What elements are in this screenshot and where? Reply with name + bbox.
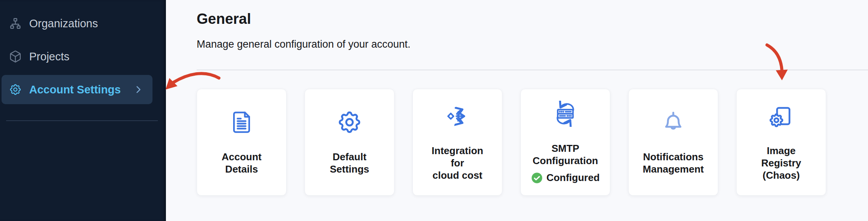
sidebar-nav: Organizations Projects Account Settings: [2, 9, 162, 104]
cube-icon: [9, 50, 22, 63]
page-subtitle: Manage general configuration of your acc…: [197, 38, 868, 50]
card-smtp-configuration[interactable]: SMTP Configuration Configured: [520, 89, 610, 196]
content-divider: [197, 70, 868, 70]
sidebar-item-organizations[interactable]: Organizations: [2, 9, 152, 38]
card-title: Account Details: [222, 151, 262, 175]
card-title: Image Registry (Chaos): [761, 145, 801, 181]
chevron-right-icon: [133, 85, 143, 95]
card-account-details[interactable]: Account Details: [197, 89, 287, 196]
bell-icon: [660, 109, 686, 135]
card-title: Notifications Management: [643, 151, 704, 175]
card-notifications-management[interactable]: Notifications Management: [628, 89, 718, 196]
sidebar-item-label: Projects: [29, 50, 70, 63]
sidebar-item-label: Account Settings: [29, 83, 121, 96]
check-circle-icon: [531, 172, 543, 184]
smtp-configured-badge: Configured: [531, 172, 600, 184]
card-default-settings[interactable]: Default Settings: [305, 89, 394, 196]
card-image-registry-chaos[interactable]: Image Registry (Chaos): [736, 89, 826, 196]
gear-icon: [336, 109, 363, 135]
gear-icon: [9, 83, 22, 96]
sidebar-item-projects[interactable]: Projects: [2, 42, 152, 71]
general-settings-page: General Manage general configuration of …: [166, 0, 868, 221]
card-title: Default Settings: [330, 151, 369, 175]
card-integration-cloud-cost[interactable]: Integration for cloud cost: [412, 89, 502, 196]
file-gear-icon: [768, 103, 794, 129]
card-title: Integration for cloud cost: [432, 145, 483, 181]
share-arrows-icon: [444, 103, 470, 129]
settings-cards-row: Account Details Default Settings: [197, 89, 868, 196]
sidebar-item-account-settings[interactable]: Account Settings: [2, 75, 152, 104]
org-chart-icon: [9, 17, 22, 30]
sidebar-divider: [6, 120, 158, 121]
sidebar: Organizations Projects Account Settings: [0, 0, 166, 221]
document-icon: [229, 109, 255, 135]
page-title: General: [197, 11, 868, 27]
server-sync-icon: [552, 101, 578, 127]
sidebar-item-label: Organizations: [29, 17, 98, 30]
badge-label: Configured: [547, 172, 600, 184]
card-title: SMTP Configuration: [533, 142, 598, 167]
